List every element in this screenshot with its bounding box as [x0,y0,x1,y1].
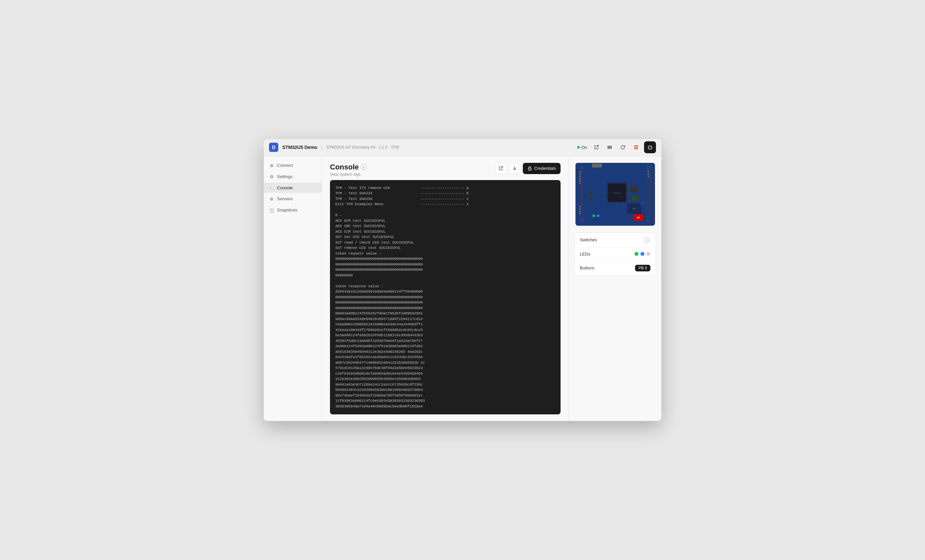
svg-rect-19 [580,213,580,214]
terminal-line: a50163535045046312e302e300258205 4a9292c [335,349,555,355]
delete-button[interactable] [631,142,642,153]
info-icon[interactable]: i [361,164,367,170]
svg-point-32 [597,215,599,217]
console-terminal: TFM - Test ITS remove UID --------------… [330,180,560,415]
open-external-button[interactable] [591,142,602,153]
terminal-line: 0000000000000000000000000000000000000000 [335,267,555,273]
terminal-line: TFM - Test ITS remove UID --------------… [335,185,555,191]
sidebar-item-sensors[interactable]: ⊕ Sensors [264,194,322,204]
svg-point-36 [588,197,592,201]
svg-rect-0 [608,146,609,149]
refresh-button[interactable] [618,142,628,153]
terminal-line: 0 ← [335,212,555,218]
led-gray [646,252,650,256]
page-title: Console i [330,163,367,171]
terminal-line: 0000000000000000000000000000000000000000 [335,300,555,305]
led-indicators [634,252,650,256]
app-window: D STM32U5 Demo | STM32U5 IoT Discovery K… [264,139,661,421]
terminal-line: SST remove UID test SUCCESSFUL [335,245,555,251]
terminal-line: 04c510afa1f68202caed3a6411c92348c342555e [335,354,555,360]
terminal-line: token request value : [335,251,555,257]
sidebar-item-connect[interactable]: ⊗ Connect [264,160,322,171]
sidebar: ⊗ Connect ⚙ Settings ›_ Console ⊕ Sensor… [264,156,322,421]
switches-label: Switches [580,237,597,242]
terminal-line: c29f93593d00018cfa9994a501644e5350450465 [335,371,555,377]
sensors-icon: ⊕ [269,196,274,201]
terminal-line [335,278,555,284]
terminal-line: 11f03963a000124fc6e630343038303230323030… [335,398,555,404]
app-icon: D [269,143,278,152]
breadcrumb-sep: | [321,145,322,150]
sidebar-item-console-label: Console [277,185,293,190]
terminal-line: AES GCM test SUCCESSFUL [335,218,555,224]
sidebar-item-connect-label: Connect [277,163,293,168]
svg-text:WiFi: WiFi [633,208,636,210]
status-dot [577,146,580,149]
console-subtitle: View system logs [330,172,367,177]
terminal-line: 0000000000000000000000000000000000000000 [335,256,555,262]
svg-rect-25 [630,186,639,193]
svg-point-35 [588,191,592,195]
power-button[interactable] [644,141,656,153]
terminal-line: 3a000124f8203a000124f91930003a000124fd82 [335,344,555,349]
svg-rect-13 [580,178,580,179]
terminal-line: 99274baef264b83af229e9a785f3d5bf00b9d32c [335,393,555,398]
title-bar: D STM32U5 Demo | STM32U5 IoT Discovery K… [264,139,661,156]
led-blue [640,252,645,256]
svg-rect-1 [609,146,610,149]
terminal-line: TFM - Test SHA224 -------------------- b [335,191,555,196]
leds-row: LEDs [574,248,656,261]
sidebar-item-settings[interactable]: ⚙ Settings [264,171,322,182]
terminal-line: d28443a10126a059019da83a000124ff58400000 [335,289,555,294]
sidebar-item-sensors-label: Sensors [277,196,293,201]
terminal-line: 0000000000000000000000000000000000000000 [335,294,555,300]
svg-rect-3 [529,168,532,170]
svg-rect-24 [592,164,602,167]
terminal-line: 9e041a93e3671260e14cc2a3cc6735620c8f220c [335,382,555,387]
breadcrumb: STM32U5 IoT Discovery Kit · 1.1.0 · TFM [326,145,399,150]
console-title-text: Console [330,163,359,171]
columns-button[interactable] [604,142,615,153]
svg-rect-16 [580,206,580,207]
svg-rect-17 [580,208,580,210]
console-open-button[interactable] [495,163,506,174]
right-panel: STM32U5 [568,156,661,421]
terminal-line: 5701dc6135a1323847bdc40f04d2a5bee5833b23 [335,365,555,371]
svg-rect-11 [580,173,580,175]
terminal-line: be3a000124fa582016fb6b11bd1c0cd939d433b3 [335,333,555,338]
content-header: Console i View system logs [322,156,568,180]
svg-rect-14 [580,180,580,182]
terminal-line: Exit TFM Examples Menu -----------------… [335,201,555,207]
board-image: STM32U5 [575,163,655,226]
main-layout: ⊗ Connect ⚙ Settings ›_ Console ⊕ Sensor… [264,156,661,421]
credentials-label: Credentials [534,166,556,171]
console-icon: ›_ [269,185,274,190]
buttons-label: Buttons [580,266,594,270]
svg-text:STM32U5: STM32U5 [613,192,621,194]
svg-rect-26 [632,196,639,201]
sidebar-item-console[interactable]: ›_ Console [264,183,322,193]
svg-rect-2 [610,146,612,149]
svg-rect-20 [647,170,652,219]
title-bar-actions [591,141,656,153]
terminal-line: token response value : [335,284,555,289]
terminal-line [335,207,555,213]
settings-icon: ⚙ [269,174,274,179]
terminal-line: TFM - Test SHA256 -------------------- c [335,196,555,202]
sidebar-item-snapshots[interactable]: ◫ Snapshots [264,205,322,215]
terminal-line: AES CCM test SUCCESSFUL [335,229,555,235]
svg-rect-12 [580,176,580,177]
terminal-line: AES CBC test SUCCESSFUL [335,224,555,229]
credentials-button[interactable]: Credentials [523,163,560,174]
terminal-line: 0000000000000000000000000000000000000000 [335,262,555,267]
switch-indicator [644,237,650,243]
button-badge: PB 0 [635,265,650,272]
console-download-button[interactable] [509,163,520,174]
svg-text:ST: ST [636,216,640,219]
sidebar-item-snapshots-label: Snapshots [277,207,297,212]
status-badge: On [577,145,587,150]
svg-rect-10 [580,171,580,173]
terminal-line: SST read / check UID test SUCCESSFUL [335,240,555,246]
terminal-output[interactable]: TFM - Test ITS remove UID --------------… [330,180,560,415]
app-title: STM32U5 Demo [282,145,317,150]
